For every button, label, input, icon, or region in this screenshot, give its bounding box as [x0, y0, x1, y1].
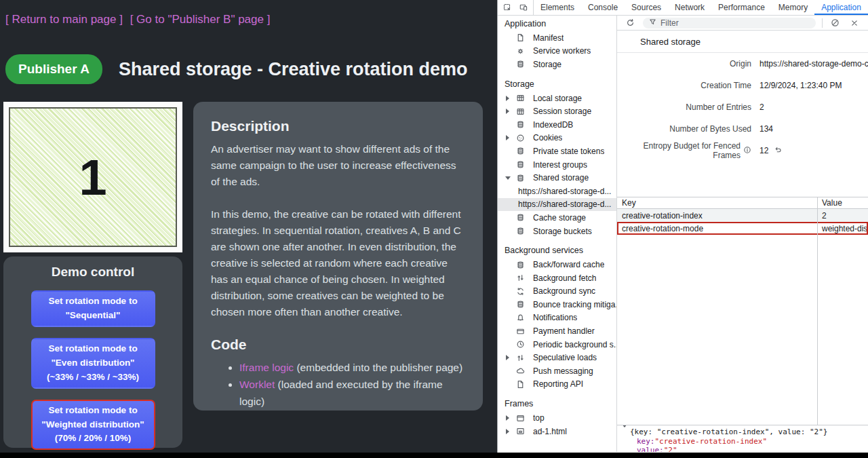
prop-name: key: [637, 437, 655, 446]
sidebar-item-background-sync[interactable]: Background sync [498, 285, 616, 299]
list-item-text: (embedded into the publisher page) [294, 362, 462, 373]
set-sequential-button[interactable]: Set rotation mode to "Sequential" [31, 290, 155, 327]
meta-row-bytes-used: Number of Bytes Used 134 [617, 118, 868, 140]
sidebar-item-back-forward-cache[interactable]: Back/forward cache [498, 258, 616, 271]
sidebar-item-indexeddb[interactable]: IndexedDB [498, 118, 616, 132]
tab-application[interactable]: Application [814, 0, 868, 15]
sidebar-item-cookies[interactable]: Cookies [498, 132, 616, 145]
set-weighted-distribution-button[interactable]: Set rotation mode to "Weighted distribut… [31, 400, 155, 451]
table-row-creative-rotation-mode[interactable]: creative-rotation-mode weighted-distribu… [617, 222, 868, 235]
sidebar-item-shared-storage-origin-1[interactable]: https://shared-storage-d... [498, 185, 616, 198]
sidebar-item-manifest[interactable]: Manifest [498, 31, 616, 45]
sidebar-item-reporting-api[interactable]: Reporting API [498, 378, 616, 392]
button-line: "Sequential" [34, 309, 153, 323]
clock-icon [516, 340, 526, 349]
preview-summary-line[interactable]: {key: "creative-rotation-index", value: … [622, 427, 868, 437]
database-icon [516, 227, 526, 236]
table-row-creative-rotation-index[interactable]: creative-rotation-index 2 [617, 209, 868, 222]
tab-sources[interactable]: Sources [625, 0, 668, 15]
sidebar-item-payment-handler[interactable]: Payment handler [498, 324, 616, 338]
database-icon [516, 147, 526, 156]
refresh-icon[interactable] [623, 17, 637, 29]
sidebar-item-bounce-tracking[interactable]: Bounce tracking mitiga... [498, 298, 616, 311]
sidebar-item-session-storage[interactable]: Session storage [498, 104, 616, 118]
tab-elements[interactable]: Elements [534, 0, 581, 15]
tab-console[interactable]: Console [581, 0, 625, 15]
devtools-toolbar-icons [498, 0, 534, 15]
creative-number: 1 [79, 149, 106, 206]
block-icon[interactable] [828, 17, 842, 29]
sidebar-item-frame-ad1[interactable]: ad-1.html [498, 425, 616, 438]
meta-value: 2 [760, 102, 868, 112]
column-divider[interactable] [817, 197, 818, 425]
code-links-list: Iframe logic (embedded into the publishe… [211, 360, 465, 410]
sidebar-item-frame-top[interactable]: top [498, 411, 616, 425]
section-application[interactable]: Application [498, 17, 616, 31]
expander-icon[interactable] [505, 176, 511, 180]
expander-icon[interactable] [505, 109, 511, 114]
frame-icon [516, 413, 526, 423]
demo-control-title: Demo control [3, 265, 182, 280]
worklet-link[interactable]: Worklet [239, 379, 275, 390]
key-cell: creative-rotation-mode [617, 224, 817, 233]
column-header-value[interactable]: Value [817, 198, 868, 208]
meta-value: 134 [760, 124, 868, 134]
close-icon[interactable] [848, 17, 862, 29]
return-main-page-link[interactable]: [ Return to main page ] [5, 13, 123, 26]
tab-performance[interactable]: Performance [711, 0, 772, 15]
sidebar-item-shared-storage[interactable]: Shared storage [498, 171, 616, 185]
database-icon [516, 213, 526, 223]
sidebar-item-cache-storage[interactable]: Cache storage [498, 211, 616, 225]
chevron-down-icon[interactable] [622, 427, 627, 437]
button-line: Set rotation mode to [34, 404, 153, 418]
cookie-icon [516, 133, 526, 142]
sidebar-item-periodic-background-sync[interactable]: Periodic background s... [498, 338, 616, 351]
sidebar-item-notifications[interactable]: Notifications [498, 311, 616, 325]
column-header-key[interactable]: Key [617, 198, 817, 208]
sidebar-item-speculative-loads[interactable]: Speculative loads [498, 351, 616, 364]
sidebar-item-shared-storage-origin-2[interactable]: https://shared-storage-d... [498, 198, 616, 212]
publisher-b-link[interactable]: [ Go to "Publisher B" page ] [130, 13, 271, 26]
creative-image: 1 [9, 107, 177, 247]
sidebar-item-local-storage[interactable]: Local storage [498, 92, 616, 105]
expander-icon[interactable] [505, 429, 511, 434]
sidebar-item-push-messaging[interactable]: Push messaging [498, 364, 616, 378]
tab-memory[interactable]: Memory [772, 0, 814, 15]
ad-iframe: 1 [3, 102, 182, 252]
sidebar-item-background-fetch[interactable]: Background fetch [498, 271, 616, 285]
tab-network[interactable]: Network [668, 0, 711, 15]
inspect-icon[interactable] [500, 1, 515, 14]
application-sidebar: Application Manifest Service workers Sto… [498, 16, 617, 452]
iframe-logic-link[interactable]: Iframe logic [239, 362, 294, 373]
button-line: (70% / 20% / 10%) [34, 432, 153, 446]
button-line: Set rotation mode to [34, 342, 153, 356]
expander-icon[interactable] [505, 415, 511, 421]
publisher-page: [ Return to main page ] [ Go to "Publish… [0, 0, 497, 453]
sidebar-item-service-workers[interactable]: Service workers [498, 45, 616, 58]
info-icon[interactable] [743, 146, 751, 156]
kv-table-header: Key Value [617, 197, 868, 209]
sidebar-item-interest-groups[interactable]: Interest groups [498, 158, 616, 172]
set-even-distribution-button[interactable]: Set rotation mode to "Even distribution"… [31, 338, 155, 389]
expander-icon[interactable] [505, 355, 511, 360]
expander-icon[interactable] [505, 135, 511, 140]
button-line: Set rotation mode to [34, 294, 153, 309]
arrows-up-down-icon [516, 353, 526, 362]
funnel-icon [649, 18, 656, 28]
section-storage[interactable]: Storage [498, 77, 616, 92]
devtools-window: Elements Console Sources Network Perform… [497, 0, 868, 453]
value-cell: 2 [817, 211, 868, 221]
expander-icon[interactable] [505, 96, 511, 101]
sidebar-item-storage-buckets[interactable]: Storage buckets [498, 225, 616, 238]
file-icon [516, 33, 526, 43]
filter-input[interactable]: Filter [643, 18, 816, 28]
value-cell: weighted-distribution [817, 224, 868, 233]
meta-value-text: 12 [760, 146, 768, 155]
section-frames[interactable]: Frames [498, 397, 616, 411]
demo-control-panel: Demo control Set rotation mode to "Seque… [3, 256, 182, 448]
section-background-services[interactable]: Background services [498, 244, 616, 258]
undo-icon[interactable] [774, 146, 782, 156]
device-toolbar-icon[interactable] [516, 1, 531, 14]
sidebar-item-storage[interactable]: Storage [498, 58, 616, 71]
sidebar-item-private-state-tokens[interactable]: Private state tokens [498, 145, 616, 158]
